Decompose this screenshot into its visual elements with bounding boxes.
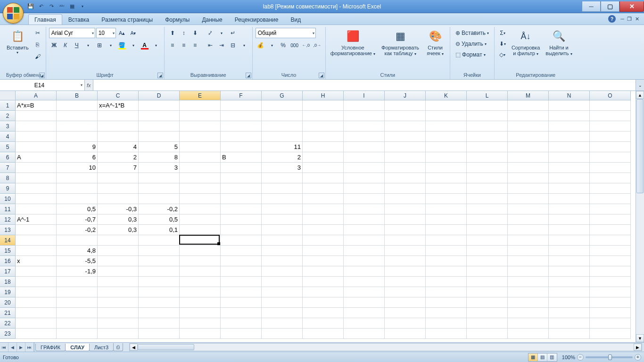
cell[interactable] — [549, 246, 590, 256]
cell[interactable] — [262, 183, 303, 194]
vertical-scrollbar[interactable]: ▲ ▼ — [636, 91, 644, 342]
cell[interactable] — [426, 318, 467, 329]
cell[interactable] — [262, 194, 303, 204]
cell[interactable] — [262, 287, 303, 297]
row-header[interactable]: 19 — [0, 287, 16, 297]
cell[interactable] — [467, 246, 508, 256]
cell[interactable] — [344, 297, 385, 308]
cell[interactable] — [385, 287, 426, 297]
cell[interactable] — [590, 111, 631, 121]
cell[interactable] — [344, 204, 385, 214]
cell[interactable] — [344, 329, 385, 339]
cell[interactable]: B — [221, 152, 262, 163]
cell[interactable] — [221, 256, 262, 266]
cell[interactable] — [549, 235, 590, 246]
cell[interactable]: 4 — [98, 142, 139, 152]
cell[interactable] — [57, 308, 98, 318]
cell[interactable] — [344, 100, 385, 111]
align-left-icon[interactable]: ≡ — [167, 40, 178, 50]
cell[interactable]: -0,2 — [139, 204, 180, 214]
cell[interactable] — [303, 183, 344, 194]
cell[interactable]: x=A^-1*B — [98, 100, 139, 111]
autosum-icon[interactable]: Σ ▾ — [497, 28, 508, 38]
cell[interactable] — [139, 318, 180, 329]
cell[interactable] — [180, 214, 221, 225]
zoom-slider[interactable] — [586, 356, 633, 358]
cell[interactable] — [303, 256, 344, 266]
conditional-formatting-button[interactable]: 🟥 Условное форматирование ▾ — [329, 28, 377, 57]
column-header[interactable]: A — [16, 91, 57, 100]
cell[interactable] — [180, 266, 221, 277]
cell[interactable] — [508, 297, 549, 308]
cell[interactable] — [139, 308, 180, 318]
cell[interactable] — [221, 142, 262, 152]
delete-cells-button[interactable]: ⊖ Удалить ▾ — [453, 39, 491, 49]
cell[interactable] — [139, 256, 180, 266]
cell[interactable] — [262, 318, 303, 329]
cell[interactable] — [467, 235, 508, 246]
cell[interactable] — [180, 318, 221, 329]
decrease-decimal-icon[interactable]: ,0→ — [312, 40, 322, 50]
cell[interactable] — [139, 266, 180, 277]
cell[interactable] — [467, 318, 508, 329]
cell[interactable] — [549, 318, 590, 329]
cell[interactable] — [98, 308, 139, 318]
cell[interactable]: 3 — [262, 163, 303, 173]
column-header[interactable]: M — [508, 91, 549, 100]
cell[interactable] — [16, 308, 57, 318]
cell[interactable]: A^-1 — [16, 214, 57, 225]
zoom-thumb[interactable] — [608, 354, 612, 360]
cell[interactable] — [590, 297, 631, 308]
cell[interactable] — [426, 297, 467, 308]
row-header[interactable]: 22 — [0, 318, 16, 329]
number-format-combo[interactable]: Общий▾ — [256, 28, 316, 38]
cell[interactable] — [262, 121, 303, 132]
align-center-icon[interactable]: ≡ — [179, 40, 189, 50]
horizontal-scrollbar[interactable]: ◀ ▶ — [129, 343, 642, 351]
cell[interactable]: 5 — [139, 142, 180, 152]
cell[interactable] — [139, 297, 180, 308]
cell[interactable] — [467, 329, 508, 339]
cell[interactable] — [57, 183, 98, 194]
cell[interactable]: -0,7 — [57, 214, 98, 225]
cell[interactable] — [180, 277, 221, 287]
cell[interactable] — [98, 287, 139, 297]
cell[interactable] — [549, 183, 590, 194]
cell[interactable] — [180, 100, 221, 111]
cell[interactable] — [221, 132, 262, 142]
cell[interactable] — [221, 214, 262, 225]
cell[interactable] — [467, 194, 508, 204]
cell[interactable] — [467, 308, 508, 318]
cell[interactable] — [549, 287, 590, 297]
cell[interactable] — [590, 214, 631, 225]
cell[interactable] — [221, 173, 262, 183]
cell[interactable]: 11 — [262, 142, 303, 152]
format-painter-icon[interactable]: 🖌 — [33, 51, 43, 62]
cell[interactable] — [262, 256, 303, 266]
cell[interactable] — [303, 204, 344, 214]
cell[interactable] — [385, 152, 426, 163]
cell[interactable] — [549, 308, 590, 318]
column-header[interactable]: D — [139, 91, 180, 100]
cell[interactable] — [139, 287, 180, 297]
cell[interactable] — [508, 100, 549, 111]
wrap-text-icon[interactable]: ↵ — [228, 28, 238, 38]
cell[interactable]: x — [16, 256, 57, 266]
cell[interactable] — [16, 173, 57, 183]
tab-formulas[interactable]: Формулы — [159, 14, 196, 25]
cell[interactable]: A*x=B — [16, 100, 57, 111]
cell[interactable]: -1,9 — [57, 266, 98, 277]
grow-font-icon[interactable]: A▴ — [117, 28, 127, 38]
row-header[interactable]: 3 — [0, 121, 16, 132]
cell[interactable] — [221, 111, 262, 121]
cell[interactable] — [344, 111, 385, 121]
cell[interactable] — [180, 194, 221, 204]
cell[interactable] — [385, 235, 426, 246]
font-color-icon[interactable]: А — [140, 40, 150, 50]
cell[interactable] — [590, 163, 631, 173]
table-icon[interactable]: ▦ — [67, 2, 77, 11]
cell[interactable] — [508, 142, 549, 152]
accounting-format-icon[interactable]: 💰 — [256, 40, 266, 50]
hscroll-thumb[interactable] — [138, 344, 194, 350]
cell[interactable]: -0,3 — [98, 204, 139, 214]
